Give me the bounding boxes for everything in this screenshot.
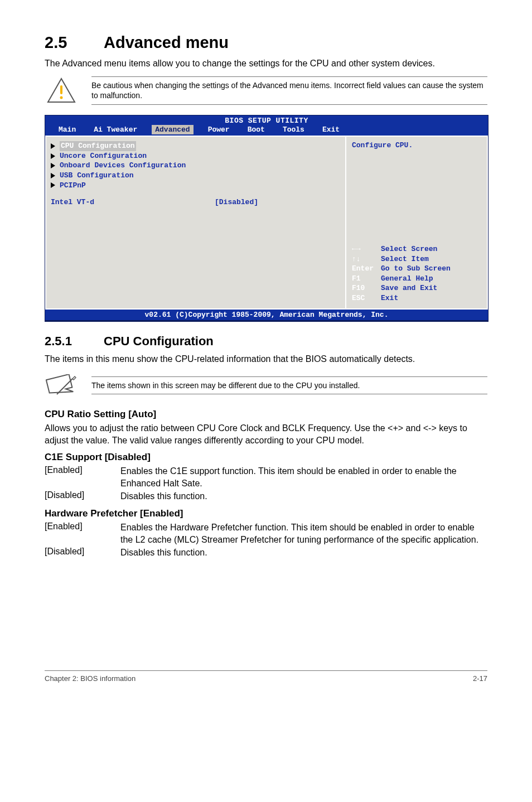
menu-label: Uncore Configuration [60, 151, 147, 161]
help-action: Select Screen [381, 245, 437, 253]
caution-callout: Be cautious when changing the settings o… [45, 74, 487, 108]
menu-label: CPU Configuration [60, 141, 136, 151]
menu-label: USB Configuration [60, 171, 134, 181]
menu-arrow-icon [51, 163, 55, 168]
menu-arrow-icon [51, 143, 55, 149]
help-row: ↑↓Select Item [352, 254, 481, 264]
setting-heading-cpu-ratio: CPU Ratio Setting [Auto] [45, 409, 487, 420]
svg-rect-1 [60, 85, 62, 94]
definition-value: Disables this function. [120, 490, 487, 503]
bios-body: CPU Configuration Uncore Configuration O… [45, 136, 488, 310]
help-action: Exit [381, 294, 398, 302]
menu-item-usb-configuration[interactable]: USB Configuration [51, 171, 340, 181]
bios-screenshot: BIOS SETUP UTILITY Main Ai Tweaker Advan… [45, 115, 489, 322]
menu-label: PCIPnP [60, 181, 86, 191]
subsection-intro: The items in this menu show the CPU-rela… [45, 353, 487, 365]
tab-exit[interactable]: Exit [319, 125, 343, 134]
help-key: ESC [352, 293, 381, 303]
bios-right-pane: Configure CPU. ←→Select Screen ↑↓Select … [345, 136, 488, 310]
definition-value: Enables the C1E support function. This i… [120, 465, 487, 489]
definition-key: [Disabled] [45, 490, 120, 503]
bios-left-pane: CPU Configuration Uncore Configuration O… [45, 136, 345, 310]
footer-left: Chapter 2: BIOS information [45, 674, 136, 683]
help-action: General Help [381, 274, 433, 283]
setting-heading-c1e: C1E Support [Disabled] [45, 452, 487, 463]
definition-row: [Disabled] Disables this function. [45, 490, 487, 503]
section-title: Advanced menu [104, 33, 229, 52]
setting-value: [Disabled] [215, 198, 258, 206]
bios-footer: v02.61 (C)Copyright 1985-2009, American … [45, 310, 488, 320]
setting-label: Intel VT-d [51, 198, 215, 206]
help-key: F1 [352, 274, 381, 284]
definition-value: Enables the Hardware Prefetcher function… [120, 521, 487, 545]
help-key: F10 [352, 283, 381, 293]
tab-boot[interactable]: Boot [244, 125, 268, 134]
bios-tab-bar: Main Ai Tweaker Advanced Power Boot Tool… [45, 125, 488, 136]
tab-advanced[interactable]: Advanced [152, 125, 193, 134]
subsection-title: CPU Configuration [104, 334, 214, 349]
tab-power[interactable]: Power [205, 125, 233, 134]
help-row: F1General Help [352, 274, 481, 284]
help-row: F10Save and Exit [352, 283, 481, 293]
bios-setting-row[interactable]: Intel VT-d [Disabled] [51, 198, 340, 206]
definition-row: [Disabled] Disables this function. [45, 547, 487, 559]
subsection-heading: 2.5.1 CPU Configuration [45, 334, 487, 349]
menu-item-pcipnp[interactable]: PCIPnP [51, 181, 340, 191]
menu-item-uncore-configuration[interactable]: Uncore Configuration [51, 151, 340, 161]
definition-row: [Enabled] Enables the C1E support functi… [45, 465, 487, 489]
menu-item-onboard-devices[interactable]: Onboard Devices Configuration [51, 161, 340, 171]
bios-help-heading: Configure CPU. [352, 141, 481, 149]
svg-point-2 [60, 96, 63, 99]
definition-key: [Disabled] [45, 547, 120, 559]
tab-ai-tweaker[interactable]: Ai Tweaker [90, 125, 141, 134]
setting-body-cpu-ratio: Allows you to adjust the ratio between C… [45, 422, 487, 446]
menu-arrow-icon [51, 153, 55, 159]
menu-arrow-icon [51, 182, 55, 188]
help-row: ←→Select Screen [352, 244, 481, 254]
tab-main[interactable]: Main [55, 125, 79, 134]
definition-key: [Enabled] [45, 465, 120, 489]
caution-icon [45, 77, 78, 104]
help-action: Go to Sub Screen [381, 264, 451, 273]
setting-heading-hw-prefetcher: Hardware Prefetcher [Enabled] [45, 508, 487, 519]
help-row: EnterGo to Sub Screen [352, 264, 481, 274]
definition-key: [Enabled] [45, 521, 120, 545]
footer-right: 2-17 [473, 674, 487, 683]
bios-help-block: ←→Select Screen ↑↓Select Item EnterGo to… [352, 244, 481, 303]
bios-header: BIOS SETUP UTILITY Main Ai Tweaker Advan… [45, 115, 488, 136]
help-action: Save and Exit [381, 284, 437, 292]
note-text: The items shown in this screen may be di… [91, 376, 487, 395]
note-callout: The items shown in this screen may be di… [45, 370, 487, 401]
help-key: ←→ [352, 244, 381, 254]
section-heading: 2.5 Advanced menu [45, 33, 487, 52]
help-key: ↑↓ [352, 254, 381, 264]
note-icon [45, 372, 78, 399]
section-number: 2.5 [45, 33, 104, 52]
help-action: Select Item [381, 255, 429, 263]
menu-label: Onboard Devices Configuration [60, 161, 186, 171]
subsection-number: 2.5.1 [45, 334, 104, 349]
help-key: Enter [352, 264, 381, 274]
bios-title: BIOS SETUP UTILITY [45, 115, 488, 125]
help-row: ESCExit [352, 293, 481, 303]
menu-item-cpu-configuration[interactable]: CPU Configuration [51, 141, 340, 151]
caution-text: Be cautious when changing the settings o… [91, 76, 487, 105]
definition-value: Disables this function. [120, 547, 487, 559]
tab-tools[interactable]: Tools [279, 125, 308, 134]
menu-arrow-icon [51, 173, 55, 178]
definition-row: [Enabled] Enables the Hardware Prefetche… [45, 521, 487, 545]
intro-paragraph: The Advanced menu items allow you to cha… [45, 57, 487, 70]
page-footer: Chapter 2: BIOS information 2-17 [45, 670, 487, 683]
